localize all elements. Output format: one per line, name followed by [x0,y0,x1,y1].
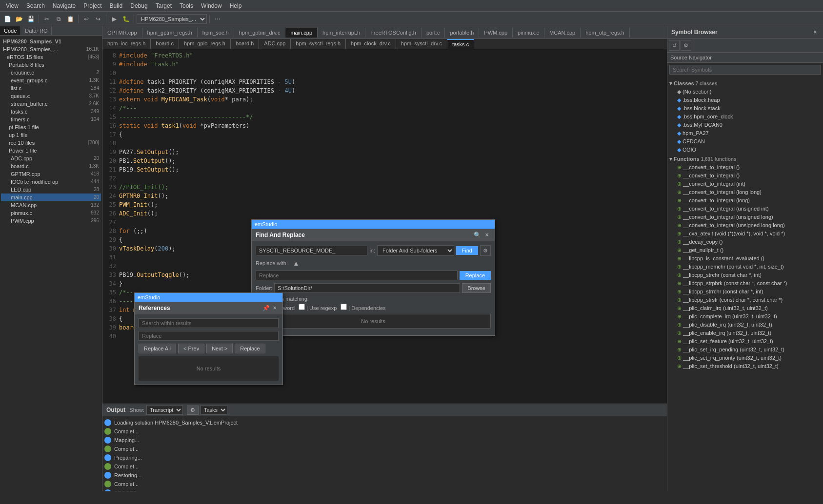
sym-fn-3[interactable]: ⊕ __convert_to_integral (long long) [669,188,821,196]
sym-refresh-btn[interactable]: ↺ [669,40,680,51]
menu-project[interactable]: Project [80,1,105,10]
tree-item-19[interactable]: main.cpp 20 [1,194,101,201]
tasks-dropdown[interactable]: Tasks [201,405,227,415]
tree-item-13[interactable]: Power 1 file [1,147,101,155]
tree-item-0[interactable]: HPM6280_Samples_... 16.1K [1,45,101,53]
sym-fn-6[interactable]: ⊕ __convert_to_integral (unsigned long) [669,213,821,221]
second-tab-4[interactable]: ADC.cpp [259,39,291,49]
frd-expand-btn[interactable]: ▲ [292,259,301,268]
tree-item-18[interactable]: LED.cpp 28 [1,186,101,194]
sym-fn-22[interactable]: ⊕ __plic_set_irq_pending (uint32_t, uint… [669,346,821,354]
menu-build[interactable]: Build [106,1,127,10]
tree-item-11[interactable]: up 1 file [1,131,101,139]
editor-tab-0[interactable]: GPTMR.cpp [102,28,142,38]
sym-fn-21[interactable]: ⊕ __plic_set_feature (uint32_t, uint32_t… [669,337,821,346]
editor-tab-12[interactable]: hpm_otp_regs.h [581,28,630,38]
ref-prev-btn[interactable]: < Prev [178,344,204,353]
sym-fn-2[interactable]: ⊕ __convert_to_integral (int) [669,180,821,188]
tree-item-7[interactable]: stream_buffer.c 2.6K [1,100,101,108]
sym-class-0[interactable]: ◆ (No section) [669,88,821,96]
menu-debug[interactable]: Debug [126,1,151,10]
menu-navigate[interactable]: Navigate [49,1,80,10]
menu-view[interactable]: View [2,1,22,10]
tree-item-9[interactable]: timers.c 104 [1,116,101,123]
sym-fn-7[interactable]: ⊕ __convert_to_integral (unsigned long l… [669,221,821,230]
debug-btn[interactable]: 🐛 [120,14,131,24]
frd-in-dropdown[interactable]: Folder And Sub-folders [377,245,454,256]
tree-item-1[interactable]: eRTOS 15 files [453] [1,53,101,61]
tab-data-ro[interactable]: Data+RO [21,26,52,35]
second-tab-0[interactable]: hpm_ioc_regs.h [102,39,151,49]
menu-target[interactable]: Target [152,1,176,10]
sym-fn-16[interactable]: ⊕ __libcpp_strstr (const char *, const c… [669,296,821,304]
sym-fn-9[interactable]: ⊕ __decay_copy () [669,238,821,246]
frd-folder-input[interactable] [274,283,460,293]
second-tab-2[interactable]: hpm_gpio_regs.h [179,39,231,49]
menu-tools[interactable]: Tools [176,1,197,10]
copy-btn[interactable]: ⧉ [53,14,64,24]
sym-class-1[interactable]: ◆ .bss.block.heap [669,96,821,104]
editor-tab-8[interactable]: portable.h [445,28,479,38]
cut-btn[interactable]: ✂ [41,14,52,24]
frd-opt-regexp[interactable]: | Use regexp [299,304,337,311]
frd-opt-deps[interactable]: | Dependencies [341,304,385,311]
tree-item-12[interactable]: rce 10 files [200] [1,139,101,147]
menu-window[interactable]: Window [197,1,226,10]
second-tab-3[interactable]: board.h [231,39,259,49]
tab-code[interactable]: Code [0,26,21,35]
frd-settings-btn[interactable]: ⚙ [480,245,491,256]
sym-fn-20[interactable]: ⊕ __plic_enable_irq (uint32_t, uint32_t) [669,329,821,337]
editor-tab-2[interactable]: hpm_soc.h [198,28,234,38]
sym-fn-23[interactable]: ⊕ __plic_set_irq_priority (uint32_t, uin… [669,354,821,362]
editor-tab-3[interactable]: hpm_gptmr_drv.c [234,28,286,38]
sym-fn-24[interactable]: ⊕ __plic_set_threshold (uint32_t, uint32… [669,362,821,370]
ref-replace-input[interactable] [139,331,279,341]
menu-search[interactable]: Search [22,1,49,10]
more-btn[interactable]: ⋯ [212,14,223,24]
tree-item-14[interactable]: ADC.cpp 20 [1,155,101,162]
second-tab-6[interactable]: hpm_clock_drv.c [346,39,396,49]
sym-class-4[interactable]: ◆ .bss.MyFDCAN0 [669,121,821,129]
frd-find-btn[interactable]: Find [456,246,478,255]
editor-tab-4[interactable]: main.cpp [285,28,318,38]
sym-fn-15[interactable]: ⊕ __libcpp_strrchr (const char *, int) [669,288,821,296]
ref-search-input[interactable] [139,318,279,328]
project-dropdown[interactable]: HPM6280_Samples_... [137,14,207,24]
tree-item-21[interactable]: pinmux.c 932 [1,209,101,217]
tree-item-8[interactable]: tasks.c 349 [1,108,101,116]
sym-fn-13[interactable]: ⊕ __libcpp_strchr (const char *, int) [669,271,821,279]
tree-item-10[interactable]: pt Files 1 file [1,123,101,131]
build-btn[interactable]: ▶ [109,14,120,24]
second-tab-1[interactable]: board.c [151,39,179,49]
sym-fn-19[interactable]: ⊕ __plic_disable_irq (uint32_t, uint32_t… [669,321,821,329]
sym-class-6[interactable]: ◆ CFDCAN [669,137,821,146]
sym-fn-17[interactable]: ⊕ __plic_claim_irq (uint32_t, uint32_t) [669,304,821,312]
second-tab-7[interactable]: hpm_sysctl_drv.c [396,39,447,49]
sym-fn-0[interactable]: ⊕ __convert_to_integral () [669,163,821,172]
editor-tab-6[interactable]: FreeRTOSConfig.h [365,28,422,38]
editor-tab-11[interactable]: MCAN.cpp [544,28,581,38]
sym-fn-8[interactable]: ⊕ __cxa_atexit (void (*)(void *), void *… [669,230,821,238]
frd-replace-btn[interactable]: Replace [460,271,491,280]
frd-replace-input[interactable] [256,271,458,280]
search-symbols-input[interactable] [669,65,821,75]
sym-class-2[interactable]: ◆ .bss.block.stack [669,104,821,113]
second-tab-8[interactable]: tasks.c [447,39,474,49]
tree-item-4[interactable]: event_groups.c 1.3K [1,77,101,84]
sym-fn-14[interactable]: ⊕ __libcpp_strpbrk (const char *, const … [669,279,821,288]
sym-filter-btn[interactable]: ⚙ [681,40,691,51]
right-panel-close-btn[interactable]: × [811,28,819,36]
ref-replace-btn[interactable]: Replace [235,344,265,353]
editor-tab-10[interactable]: pinmux.c [513,28,544,38]
tree-item-16[interactable]: GPTMR.cpp 418 [1,170,101,178]
sym-fn-5[interactable]: ⊕ __convert_to_integral (unsigned int) [669,205,821,213]
tree-item-20[interactable]: MCAN.cpp 132 [1,201,101,209]
ref-pin-btn[interactable]: 📌 [262,304,270,312]
tree-item-15[interactable]: board.c 1.3K [1,162,101,170]
editor-tab-9[interactable]: PWM.cpp [479,28,513,38]
editor-tab-5[interactable]: hpm_interrupt.h [318,28,365,38]
editor-tab-1[interactable]: hpm_gptmr_regs.h [142,28,198,38]
ref-replace-all-btn[interactable]: Replace All [139,344,176,353]
editor-tab-7[interactable]: port.c [422,28,445,38]
tree-item-3[interactable]: croutine.c 2 [1,69,101,77]
